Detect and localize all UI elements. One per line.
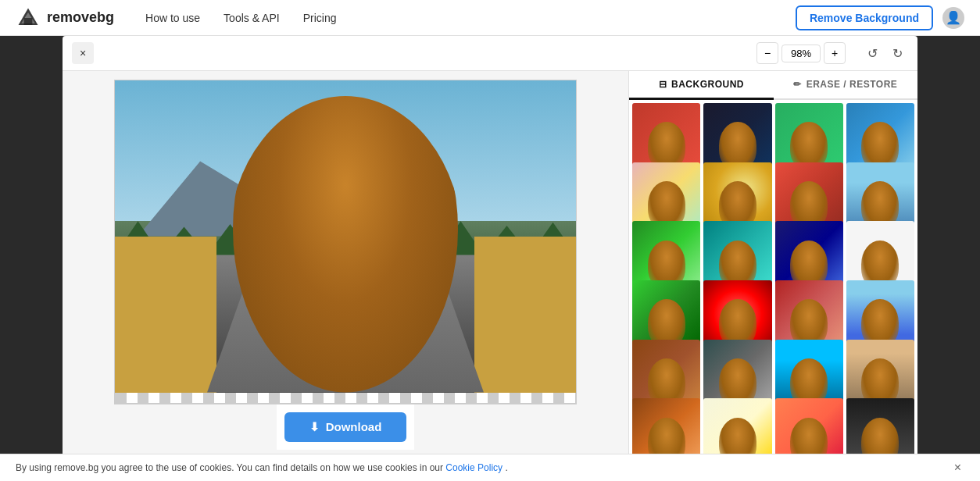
bg-option-19[interactable] [846, 340, 914, 408]
modal-body: ⬇ Download ⊟ BACKGROUND ✏ ERASE / RESTOR… [63, 71, 917, 458]
layers-icon: ⊟ [659, 79, 667, 90]
side-panel: ⊟ BACKGROUND ✏ ERASE / RESTORE [628, 71, 917, 458]
close-button[interactable]: × [72, 42, 94, 64]
bg-option-18[interactable] [775, 340, 843, 408]
bg-option-7[interactable] [846, 162, 914, 230]
logo-icon [16, 5, 41, 30]
download-label: Download [326, 420, 382, 433]
bg-option-0[interactable] [632, 103, 700, 171]
logo-text: removebg [47, 9, 114, 26]
bg-option-2[interactable] [775, 103, 843, 171]
bg-option-6[interactable] [775, 162, 843, 230]
cookie-close-button[interactable]: × [951, 461, 964, 475]
nav-tools-api[interactable]: Tools & API [224, 12, 280, 24]
image-field-right [474, 237, 576, 393]
main-image-wrapper [114, 80, 577, 404]
bg-option-21[interactable] [703, 398, 771, 458]
remove-background-button[interactable]: Remove Background [796, 5, 933, 30]
editor-modal: × − + ↺ ↻ [63, 36, 917, 458]
bg-option-17[interactable] [703, 340, 771, 408]
pencil-icon: ✏ [793, 79, 802, 90]
bg-option-23[interactable] [846, 398, 914, 458]
side-tabs: ⊟ BACKGROUND ✏ ERASE / RESTORE [629, 71, 917, 100]
download-button[interactable]: ⬇ Download [284, 412, 407, 442]
bg-option-16[interactable] [632, 340, 700, 408]
bg-option-22[interactable] [775, 398, 843, 458]
bg-option-1[interactable] [703, 103, 771, 171]
bg-option-20[interactable] [632, 398, 700, 458]
zoom-input[interactable] [781, 45, 821, 62]
cookie-policy-link[interactable]: Cookie Policy [445, 462, 503, 473]
bg-option-3[interactable] [846, 103, 914, 171]
navbar: removebg How to use Tools & API Pricing … [0, 0, 980, 36]
history-controls: ↺ ↻ [861, 42, 908, 64]
bg-option-10[interactable] [775, 221, 843, 289]
cookie-text: By using remove.bg you agree to the use … [16, 462, 508, 473]
bg-option-9[interactable] [703, 221, 771, 289]
image-area: ⬇ Download [63, 71, 628, 458]
zoom-in-button[interactable]: + [824, 42, 846, 64]
bg-option-5[interactable] [703, 162, 771, 230]
nav-links: How to use Tools & API Pricing [145, 12, 796, 24]
main-image [115, 80, 576, 393]
nav-how-to-use[interactable]: How to use [145, 12, 200, 24]
bg-option-14[interactable] [775, 280, 843, 348]
logo[interactable]: removebg [16, 5, 114, 30]
tab-background[interactable]: ⊟ BACKGROUND [629, 71, 774, 100]
svg-rect-2 [24, 18, 33, 25]
background-grid [629, 100, 917, 458]
bg-option-12[interactable] [632, 280, 700, 348]
bg-option-11[interactable] [846, 221, 914, 289]
zoom-controls: − + [756, 42, 846, 64]
image-field-left [115, 237, 216, 393]
undo-button[interactable]: ↺ [861, 42, 883, 64]
tab-erase-restore[interactable]: ✏ ERASE / RESTORE [774, 71, 918, 100]
download-icon: ⬇ [309, 420, 320, 434]
nav-right: Remove Background 👤 [796, 5, 964, 30]
bg-option-8[interactable] [632, 221, 700, 289]
bg-option-4[interactable] [632, 162, 700, 230]
nav-pricing[interactable]: Pricing [303, 12, 337, 24]
editor-toolbar: × − + ↺ ↻ [63, 36, 917, 71]
bg-option-15[interactable] [846, 280, 914, 348]
zoom-out-button[interactable]: − [756, 42, 778, 64]
cookie-bar: By using remove.bg you agree to the use … [0, 454, 980, 481]
user-avatar[interactable]: 👤 [942, 7, 964, 29]
bg-option-13[interactable] [703, 280, 771, 348]
download-section: ⬇ Download [277, 404, 415, 450]
redo-button[interactable]: ↻ [886, 42, 908, 64]
transparent-strip [115, 393, 576, 404]
